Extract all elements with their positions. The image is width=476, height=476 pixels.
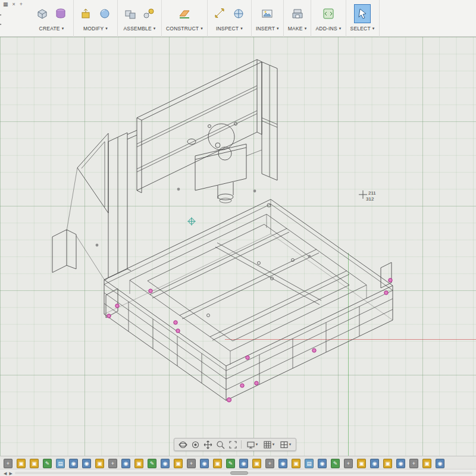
component-feature-icon[interactable]: ▣ [292,459,300,468]
addins-menu-label: ADD-INS [315,26,337,32]
create-menu[interactable]: CREATE ▾ [39,26,64,32]
make-menu-label: MAKE [288,26,303,32]
construct-plane-icon[interactable] [176,4,193,23]
component-feature-icon[interactable]: ▣ [422,459,431,468]
inspect-measure-icon[interactable] [212,4,228,23]
joint-feature-icon[interactable]: ◉ [370,459,379,468]
joint-feature-icon[interactable]: ◉ [161,459,170,468]
inspect-menu[interactable]: INSPECT ▾ [216,26,243,32]
display-settings-icon[interactable]: ▾ [244,439,260,450]
toolbar-group-make: MAKE ▾ [284,0,312,37]
move-feature-icon[interactable]: + [108,459,117,468]
component-feature-icon[interactable]: ▣ [17,459,26,468]
modify-menu[interactable]: MODIFY ▾ [83,26,108,32]
assemble-menu[interactable]: ASSEMBLE ▾ [123,26,155,32]
inspect-menu-label: INSPECT [216,26,239,32]
addins-menu[interactable]: ADD-INS ▾ [315,26,341,32]
grid-snap-icon[interactable]: ▾ [261,439,277,450]
chevron-down-icon: ▾ [289,442,292,447]
extrude-feature-icon[interactable]: ▤ [305,459,314,468]
undo-arrow-icon[interactable] [0,12,9,27]
chevron-down-icon: ▾ [105,26,108,31]
move-feature-icon[interactable]: + [344,459,353,468]
assemble-new-component-icon[interactable] [122,4,139,23]
navbar-divider [241,440,242,449]
timeline-scrubber: ◀ ▶ [0,469,476,476]
joint-feature-icon[interactable]: ◉ [121,459,130,468]
component-feature-icon[interactable]: ▣ [383,459,392,468]
chevron-down-icon: ▾ [256,442,258,447]
construct-menu[interactable]: CONSTRUCT ▾ [166,26,203,32]
insert-menu[interactable]: INSERT ▾ [256,26,279,32]
fit-icon[interactable] [227,439,239,450]
chevron-down-icon: ▾ [305,26,307,31]
make-menu[interactable]: MAKE ▾ [288,26,307,32]
modify-press-pull-icon[interactable] [78,4,95,23]
component-feature-icon[interactable]: ▣ [30,459,39,468]
modify-menu-label: MODIFY [83,26,104,32]
component-feature-icon[interactable]: ▣ [357,459,366,468]
move-feature-icon[interactable]: + [265,459,274,468]
insert-image-icon[interactable] [259,4,275,23]
toolbar-group-addins: ADD-INS ▾ [311,0,346,37]
chevron-down-icon: ▾ [154,26,156,31]
viewports-icon[interactable]: ▾ [277,439,293,450]
pan-icon[interactable] [202,439,214,450]
component-feature-icon[interactable]: ▣ [213,459,222,468]
toolbar-group-construct: CONSTRUCT ▾ [162,0,208,37]
zoom-icon[interactable] [214,439,226,450]
sketch-feature-icon[interactable]: ✎ [148,459,156,468]
look-at-icon[interactable] [189,439,201,450]
top-toolbar: ▦ × + CREATE ▾ [0,0,476,37]
create-solid-box-icon[interactable] [34,4,51,23]
component-feature-icon[interactable]: ▣ [95,459,104,468]
close-mini-icon[interactable]: × [12,1,15,7]
grid-mini-icon[interactable]: ▦ [3,1,8,7]
move-feature-icon[interactable]: + [4,459,12,468]
move-feature-icon[interactable]: + [409,459,418,468]
create-primitive-cylinder-icon[interactable] [52,4,69,23]
orbit-icon[interactable] [177,439,189,450]
select-cursor-icon[interactable] [354,4,371,23]
chevron-down-icon: ▾ [277,26,279,31]
joint-feature-icon[interactable]: ◉ [69,459,78,468]
component-feature-icon[interactable]: ▣ [252,459,261,468]
joint-feature-icon[interactable]: ◉ [200,459,209,468]
sketch-feature-icon[interactable]: ✎ [43,459,52,468]
joint-feature-icon[interactable]: ◉ [278,459,287,468]
select-menu[interactable]: SELECT ▾ [350,26,375,32]
toolbar-group-create: CREATE ▾ [30,0,74,37]
joint-feature-icon[interactable]: ◉ [396,459,405,468]
toolbar-group-modify: MODIFY ▾ [74,0,118,37]
move-mini-icon[interactable]: + [20,1,23,7]
timeline-prev-icon[interactable]: ◀ [4,471,7,475]
move-feature-icon[interactable]: + [187,459,196,468]
timeline-scroll-handle[interactable] [230,471,248,475]
assemble-menu-label: ASSEMBLE [123,26,151,32]
addins-scripts-icon[interactable] [320,4,337,23]
viewport-canvas[interactable] [0,37,476,456]
inspect-section-icon[interactable] [230,4,247,23]
sketch-feature-icon[interactable]: ✎ [331,459,340,468]
toolbar-group-assemble: ASSEMBLE ▾ [118,0,162,37]
joint-feature-icon[interactable]: ◉ [82,459,91,468]
component-feature-icon[interactable]: ▣ [134,459,143,468]
timeline-feature-list: +▣▣✎▤◉◉▣+◉▣✎◉▣+◉▣✎◉▣+◉▣▤◉✎+▣◉▣◉+▣◉ [0,456,476,469]
toolbar-group-insert: INSERT ▾ [252,0,284,37]
extrude-feature-icon[interactable]: ▤ [56,459,65,468]
modify-fillet-icon[interactable] [96,4,113,23]
joint-feature-icon[interactable]: ◉ [239,459,248,468]
make-3d-print-icon[interactable] [289,4,306,23]
timeline-scroll-track[interactable] [15,472,472,474]
timeline-next-icon[interactable]: ▶ [9,471,12,475]
assemble-joint-icon[interactable] [140,4,157,23]
toolbar-group-select: SELECT ▾ [346,0,380,37]
joint-feature-icon[interactable]: ◉ [436,459,444,468]
create-menu-label: CREATE [39,26,60,32]
toolbar-group-inspect: INSPECT ▾ [208,0,252,37]
component-feature-icon[interactable]: ▣ [174,459,183,468]
chevron-down-icon: ▾ [372,26,375,31]
joint-feature-icon[interactable]: ◉ [318,459,327,468]
chevron-down-icon: ▾ [62,26,64,31]
sketch-feature-icon[interactable]: ✎ [226,459,235,468]
